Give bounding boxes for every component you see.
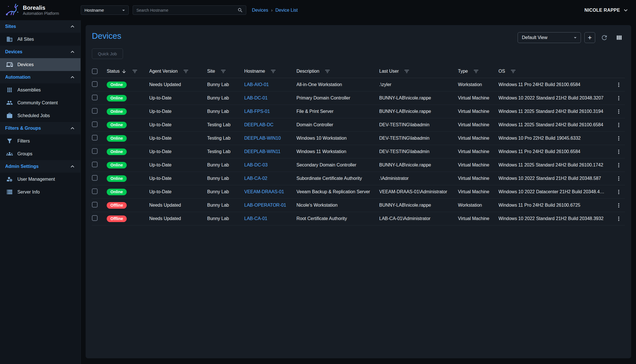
- filter-icon[interactable]: [183, 68, 189, 74]
- filter-icon[interactable]: [132, 68, 138, 74]
- status-badge: Online: [107, 135, 127, 142]
- filter-icon[interactable]: [270, 68, 276, 74]
- kebab-menu-icon: [615, 82, 622, 88]
- add-view-button[interactable]: +: [584, 32, 595, 43]
- search-field-select[interactable]: Hostname: [81, 5, 129, 15]
- filter-icon[interactable]: [404, 68, 410, 74]
- hostname-link[interactable]: LAB-CA-02: [244, 176, 267, 181]
- row-checkbox[interactable]: [92, 215, 98, 221]
- column-header-agent-version[interactable]: Agent Version: [149, 68, 207, 74]
- sidebar-section-automation-header[interactable]: Automation: [0, 71, 80, 84]
- columns-button[interactable]: [613, 32, 625, 43]
- filter-icon[interactable]: [473, 68, 479, 74]
- hostname-link[interactable]: DEEPLAB-DC: [244, 122, 273, 127]
- row-checkbox[interactable]: [92, 121, 98, 127]
- row-checkbox[interactable]: [92, 108, 98, 114]
- sidebar-section-filters-groups-header[interactable]: Filters & Groups: [0, 122, 80, 135]
- hostname-link[interactable]: LAB-AIO-01: [244, 82, 269, 87]
- description-cell: Veeam Backup & Replication Server: [296, 189, 379, 194]
- sidebar-section-sites-header[interactable]: Sites: [0, 20, 80, 33]
- filter-icon[interactable]: [510, 68, 516, 74]
- row-checkbox[interactable]: [92, 188, 98, 194]
- hostname-link[interactable]: DEEPLAB-WIN11: [244, 149, 280, 154]
- hostname-link[interactable]: LAB-OPERATOR-01: [244, 203, 286, 208]
- quick-job-button[interactable]: Quick Job: [92, 48, 123, 59]
- select-all-checkbox[interactable]: [92, 68, 98, 74]
- row-menu-button[interactable]: [613, 213, 624, 224]
- filter-icon[interactable]: [324, 68, 330, 74]
- type-cell: Virtual Machine: [458, 149, 498, 154]
- row-checkbox[interactable]: [92, 95, 98, 100]
- breadcrumb-separator: ›: [271, 8, 272, 13]
- table-row: Offline Needs Updated Bunny Lab LAB-OPER…: [92, 199, 625, 212]
- column-header-hostname[interactable]: Hostname: [244, 68, 296, 74]
- row-checkbox[interactable]: [92, 135, 98, 141]
- row-menu-button[interactable]: [613, 93, 624, 103]
- page-title: Devices: [92, 31, 121, 41]
- filter-icon[interactable]: [220, 68, 226, 74]
- column-header-os[interactable]: OS: [498, 68, 609, 74]
- chevron-up-icon: [69, 125, 76, 132]
- row-checkbox[interactable]: [92, 202, 98, 208]
- type-cell: Virtual Machine: [458, 189, 498, 194]
- hostname-link[interactable]: LAB-FPS-01: [244, 109, 270, 114]
- table-row: Online Up-to-Date Testing Lab DEEPLAB-DC…: [92, 118, 625, 132]
- row-menu-button[interactable]: [613, 173, 624, 184]
- os-cell: Windows 11 Pro 24H2 Build 26100.6584: [498, 82, 609, 87]
- last-user-cell: BUNNY-LAB\nicole.rappe: [379, 109, 458, 114]
- breadcrumb-device-list[interactable]: Device List: [275, 8, 298, 13]
- row-menu-button[interactable]: [613, 80, 624, 90]
- devices-table: Status Agent Version Site Hostname: [92, 65, 625, 225]
- sidebar-item-user-management[interactable]: User Management: [0, 173, 80, 186]
- last-user-cell: VEEAM-DRAAS-01\Administrator: [379, 189, 458, 194]
- hostname-link[interactable]: VEEAM-DRAAS-01: [244, 189, 284, 194]
- refresh-button[interactable]: [599, 32, 610, 43]
- hostname-link[interactable]: DEEPLAB-WIN10: [244, 136, 281, 141]
- site-cell: Testing Lab: [207, 149, 244, 154]
- sidebar-item-server-info[interactable]: Server Info: [0, 186, 80, 198]
- search-input[interactable]: [136, 8, 237, 13]
- row-menu-button[interactable]: [613, 160, 624, 170]
- view-select[interactable]: Default View: [518, 32, 581, 43]
- column-header-status[interactable]: Status: [107, 68, 149, 74]
- sidebar-section-filters-groups: Filters & Groups Filters Groups: [0, 122, 80, 160]
- brand[interactable]: Borealis Automation Platform: [0, 3, 81, 18]
- search-icon[interactable]: [237, 7, 243, 13]
- last-user-cell: BUNNY-LAB\nicole.rappe: [379, 203, 458, 208]
- hostname-link[interactable]: LAB-CA-01: [244, 216, 267, 221]
- row-menu-button[interactable]: [613, 133, 624, 143]
- row-menu-button[interactable]: [613, 187, 624, 197]
- row-checkbox[interactable]: [92, 162, 98, 167]
- column-header-type[interactable]: Type: [458, 68, 498, 74]
- sidebar-item-filters[interactable]: Filters: [0, 135, 80, 147]
- row-menu-button[interactable]: [613, 120, 624, 130]
- column-header-description[interactable]: Description: [296, 68, 379, 74]
- user-menu[interactable]: NICOLE RAPPE: [584, 7, 629, 14]
- caret-down-icon: [120, 7, 127, 13]
- row-menu-button[interactable]: [613, 106, 624, 117]
- hostname-link[interactable]: LAB-DC-03: [244, 162, 268, 167]
- description-cell: Nicole's Workstation: [296, 203, 379, 208]
- sidebar-section-admin-settings-header[interactable]: Admin Settings: [0, 160, 80, 173]
- row-checkbox[interactable]: [92, 81, 98, 87]
- breadcrumb-devices[interactable]: Devices: [252, 8, 268, 13]
- sidebar-item-devices[interactable]: Devices: [0, 58, 80, 71]
- row-checkbox[interactable]: [92, 175, 98, 181]
- sidebar-section-devices-header[interactable]: Devices: [0, 46, 80, 58]
- sidebar-item-groups[interactable]: Groups: [0, 147, 80, 160]
- type-cell: Workstation: [458, 203, 498, 208]
- sidebar-item-all-sites[interactable]: All Sites: [0, 33, 80, 46]
- sidebar-item-community-content[interactable]: Community Content: [0, 96, 80, 109]
- hostname-link[interactable]: LAB-DC-01: [244, 95, 268, 100]
- table-row: Online Up-to-Date Testing Lab DEEPLAB-WI…: [92, 145, 625, 158]
- agent-version-cell: Up-to-Date: [149, 162, 207, 168]
- sidebar-item-assemblies[interactable]: Assemblies: [0, 84, 80, 96]
- chevron-up-icon: [69, 23, 76, 30]
- row-menu-button[interactable]: [613, 200, 624, 210]
- agent-version-cell: Needs Updated: [149, 216, 207, 221]
- row-menu-button[interactable]: [613, 147, 624, 157]
- sidebar-item-scheduled-jobs[interactable]: Scheduled Jobs: [0, 109, 80, 122]
- column-header-last-user[interactable]: Last User: [379, 68, 458, 74]
- row-checkbox[interactable]: [92, 148, 98, 154]
- column-header-site[interactable]: Site: [207, 68, 244, 74]
